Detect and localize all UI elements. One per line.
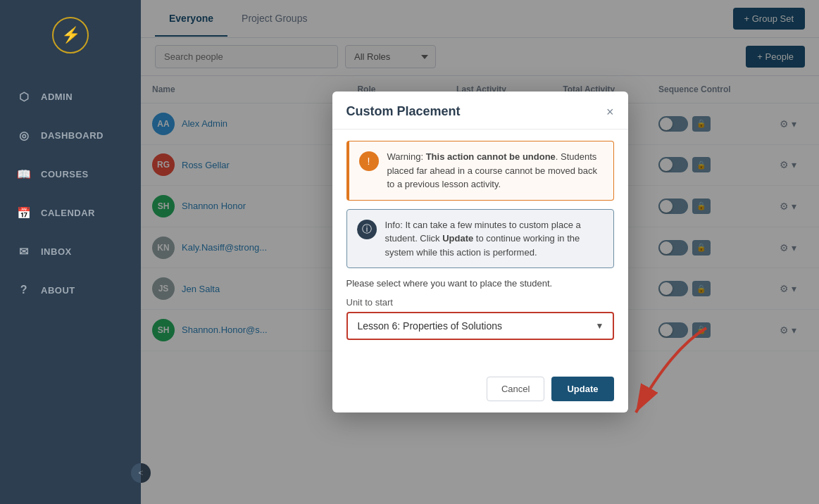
calendar-icon: 📅 [17, 206, 31, 220]
modal-body: ! Warning: This action cannot be undone.… [332, 130, 628, 368]
unit-label: Unit to start [346, 297, 614, 308]
modal-footer: Cancel Update [332, 368, 628, 412]
warning-text: Warning: This action cannot be undone. S… [387, 150, 604, 191]
sidebar: ⚡ ⬡ ADMIN ◎ DASHBOARD 📖 COURSES 📅 CALEND… [0, 0, 141, 504]
courses-icon: 📖 [17, 168, 31, 181]
unit-dropdown-wrapper: Lesson 6: Properties of Solutions Lesson… [346, 312, 614, 340]
sidebar-item-dashboard[interactable]: ◎ DASHBOARD [0, 116, 141, 155]
placement-instruction: Please select where you want to place th… [346, 278, 614, 289]
logo: ⚡ [49, 7, 92, 63]
sidebar-item-inbox-label: INBOX [41, 246, 72, 257]
custom-placement-modal: Custom Placement × ! Warning: This actio… [332, 92, 628, 412]
info-icon: ⓘ [357, 220, 377, 239]
inbox-icon: ✉ [17, 245, 31, 258]
sidebar-item-admin-label: ADMIN [41, 92, 73, 102]
sidebar-item-calendar[interactable]: 📅 CALENDAR [0, 194, 141, 232]
update-button[interactable]: Update [551, 377, 613, 401]
sidebar-nav: ⬡ ADMIN ◎ DASHBOARD 📖 COURSES 📅 CALENDAR… [0, 77, 141, 309]
warning-icon: ! [359, 151, 379, 171]
sidebar-item-inbox[interactable]: ✉ INBOX [0, 232, 141, 271]
unit-select[interactable]: Lesson 6: Properties of Solutions Lesson… [348, 313, 613, 339]
admin-icon: ⬡ [17, 90, 31, 103]
logo-icon: ⚡ [61, 26, 80, 44]
modal-header: Custom Placement × [332, 92, 628, 130]
info-text: Info: It can take a few minutes to custo… [385, 218, 604, 260]
about-icon: ? [17, 284, 31, 296]
sidebar-item-about[interactable]: ? ABOUT [0, 271, 141, 309]
cancel-button[interactable]: Cancel [487, 377, 544, 401]
sidebar-item-about-label: ABOUT [41, 285, 75, 296]
sidebar-item-calendar-label: CALENDAR [41, 208, 95, 218]
info-alert: ⓘ Info: It can take a few minutes to cus… [346, 209, 614, 269]
sidebar-item-dashboard-label: DASHBOARD [41, 130, 104, 141]
modal-close-button[interactable]: × [606, 106, 614, 118]
sidebar-item-admin[interactable]: ⬡ ADMIN [0, 77, 141, 116]
dashboard-icon: ◎ [17, 129, 31, 142]
modal-title: Custom Placement [346, 104, 461, 119]
logo-circle: ⚡ [52, 17, 89, 53]
main-content: Everyone Project Groups + Group Set All … [141, 0, 819, 504]
warning-alert: ! Warning: This action cannot be undone.… [346, 141, 614, 201]
sidebar-item-courses[interactable]: 📖 COURSES [0, 155, 141, 194]
modal-overlay: Custom Placement × ! Warning: This actio… [141, 0, 819, 504]
sidebar-item-courses-label: COURSES [41, 169, 89, 179]
